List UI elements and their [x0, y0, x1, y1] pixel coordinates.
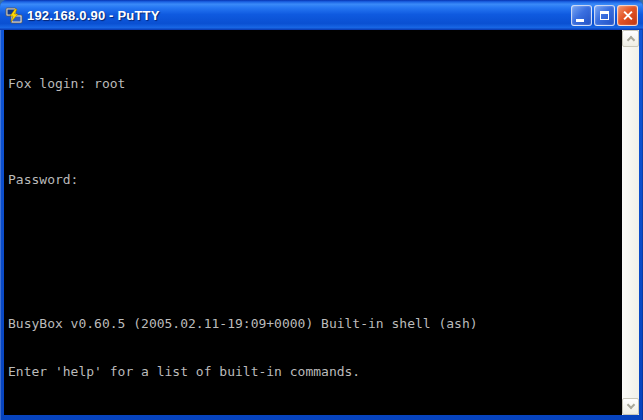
- minimize-icon: [576, 19, 584, 22]
- minimize-button[interactable]: [571, 5, 592, 26]
- terminal-line: BusyBox v0.60.5 (2005.02.11-19:09+0000) …: [8, 316, 620, 332]
- chevron-down-icon: [627, 401, 635, 409]
- chevron-up-icon: [627, 36, 635, 44]
- title-bar[interactable]: 192.168.0.90 - PuTTY: [0, 0, 643, 30]
- terminal-screen[interactable]: Fox login: root Password: BusyBox v0.60.…: [4, 30, 622, 415]
- putty-window: 192.168.0.90 - PuTTY Fox login: root Pas…: [0, 0, 643, 420]
- scroll-up-button[interactable]: [622, 30, 639, 47]
- terminal-line: [8, 268, 620, 284]
- window-frame: Fox login: root Password: BusyBox v0.60.…: [0, 30, 643, 420]
- terminal-line: Enter 'help' for a list of built-in comm…: [8, 364, 620, 380]
- terminal-line: [8, 220, 620, 236]
- terminal-line: [8, 412, 620, 415]
- terminal-line: Password:: [8, 172, 620, 188]
- scrollbar-track[interactable]: [622, 47, 639, 398]
- window-title: 192.168.0.90 - PuTTY: [27, 8, 571, 23]
- putty-terminal-icon: [5, 7, 23, 25]
- window-controls: [571, 5, 638, 26]
- maximize-button[interactable]: [594, 5, 615, 26]
- terminal-line: Fox login: root: [8, 76, 620, 92]
- close-icon: [618, 6, 637, 25]
- scroll-down-button[interactable]: [622, 398, 639, 415]
- terminal-line: [8, 124, 620, 140]
- close-button[interactable]: [617, 5, 638, 26]
- vertical-scrollbar[interactable]: [622, 30, 639, 415]
- maximize-icon: [600, 11, 609, 20]
